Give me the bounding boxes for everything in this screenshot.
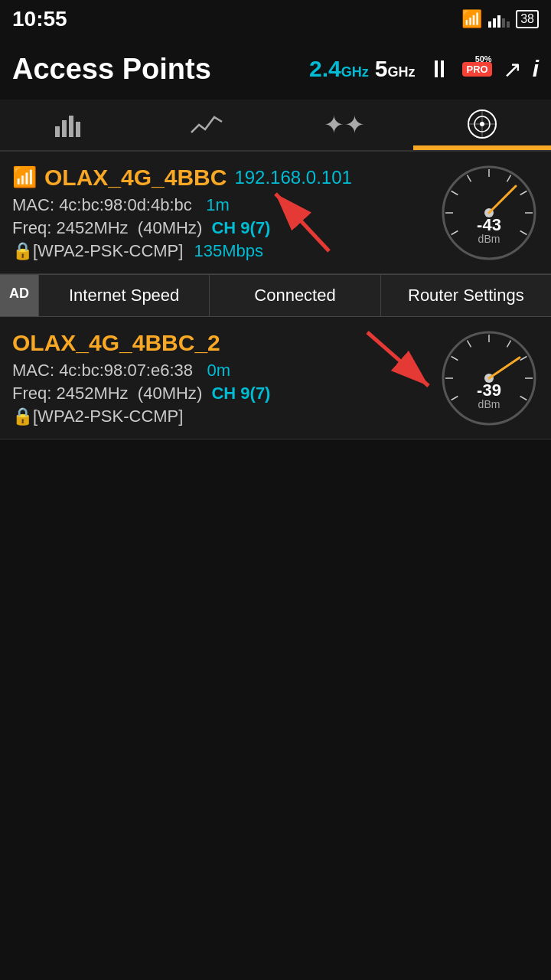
ad-label: AD [0,275,38,316]
svg-rect-3 [502,18,505,28]
svg-text:-43: -43 [477,215,501,234]
status-time: 10:55 [12,7,67,31]
gauge-svg-2: -39 dBm [439,328,539,428]
ap-name-row-2: OLAX_4G_4BBC_2 [12,330,439,356]
ap-channel-2: CH 9(7) [211,384,270,403]
status-bar: 10:55 📶 38 [0,0,551,38]
share-button[interactable]: ↗ [503,56,522,83]
ap-bw-2: 40MHz [143,384,197,403]
tab-bar-chart[interactable] [0,100,138,150]
svg-rect-7 [69,116,73,137]
battery-level: 38 [520,12,534,25]
svg-rect-5 [55,126,60,137]
ap-bw-1: 40MHz [143,218,197,237]
signal-gauge-1: -43 dBm [439,163,539,263]
ap-freq-row-2: Freq: 2452MHz (40MHz) CH 9(7) [12,384,439,403]
tab-star[interactable]: ✦✦ [276,100,413,150]
ap-wifi-icon-1: 📶 [12,165,37,189]
svg-text:-39: -39 [477,381,501,400]
svg-text:dBm: dBm [478,233,500,245]
ap-freq-row-1: Freq: 2452MHz (40MHz) CH 9(7) [12,218,439,238]
ap-security-row-1: 🔒[WPA2-PSK-CCMP] 135Mbps [12,241,439,261]
signal-gauge-2: -39 dBm [439,328,539,428]
svg-rect-2 [497,15,500,28]
pro-button[interactable]: 50% PRO [462,62,491,77]
battery-box: 38 [516,10,539,28]
header-actions: ⏸ 50% PRO ↗ i [427,55,539,83]
star-icon: ✦✦ [324,110,365,139]
freq-selector[interactable]: 2.4GHz 5GHz [309,56,415,82]
svg-rect-4 [507,21,510,28]
battery-indicator: 38 [516,10,539,28]
ap-info-2: OLAX_4G_4BBC_2 MAC: 4c:bc:98:07:e6:38 0m… [12,330,439,426]
status-icons: 📶 38 [461,9,539,29]
trend-icon [190,111,223,139]
info-button[interactable]: i [533,56,539,82]
router-settings-button[interactable]: Router Settings [380,275,551,316]
ap-channel-1: CH 9(7) [211,218,270,237]
ap-item-1[interactable]: 📶 OLAX_4G_4BBC 192.168.0.101 MAC: 4c:bc:… [0,152,551,274]
ap-freq-2: 2452MHz [56,384,128,403]
ap-lock-icon-2: 🔒 [12,407,33,426]
wifi-icon: 📶 [461,9,482,29]
freq-5-label[interactable]: 5GHz [375,56,416,82]
internet-speed-button[interactable]: Internet Speed [38,275,209,316]
radar-icon [465,109,499,139]
empty-area [0,439,551,899]
pause-button[interactable]: ⏸ [427,55,452,83]
ap-name-row-1: 📶 OLAX_4G_4BBC 192.168.0.101 [12,165,439,191]
ap-mac-1: 4c:bc:98:0d:4b:bc [59,195,192,214]
connected-button[interactable]: Connected [209,275,380,316]
ap-time-2: 0m [207,361,230,380]
freq-24-label[interactable]: 2.4GHz [309,56,369,82]
ap-lock-icon-1: 🔒 [12,241,33,260]
ap-security-row-2: 🔒[WPA2-PSK-CCMP] [12,407,439,426]
header: Access Points 2.4GHz 5GHz ⏸ 50% PRO ↗ i [0,38,551,100]
nav-tabs: ✦✦ [0,100,551,152]
svg-rect-6 [62,120,67,137]
ap-time-1: 1m [206,195,230,214]
svg-text:dBm: dBm [478,398,500,410]
svg-rect-1 [493,18,496,28]
bar-chart-icon [54,111,84,139]
ap-item-2[interactable]: OLAX_4G_4BBC_2 MAC: 4c:bc:98:07:e6:38 0m… [0,317,551,439]
ap-freq-1: 2452MHz [56,218,128,237]
action-bar: AD Internet Speed Connected Router Setti… [0,274,551,317]
ap-speed-1: 135Mbps [194,241,264,260]
pro-label: PRO [466,64,487,75]
svg-rect-8 [76,122,80,137]
ap-mac-row-2: MAC: 4c:bc:98:07:e6:38 0m [12,361,439,381]
signal-icon [488,11,510,28]
ap-security-1: [WPA2-PSK-CCMP] [33,241,183,260]
ap-ssid-2: OLAX_4G_4BBC_2 [12,330,220,356]
pro-percent: 50% [475,54,492,64]
svg-rect-0 [488,21,491,28]
ap-ip-1: 192.168.0.101 [234,167,351,188]
tab-radar[interactable] [413,100,551,150]
ap-mac-2: 4c:bc:98:07:e6:38 [59,361,193,380]
ap-mac-row-1: MAC: 4c:bc:98:0d:4b:bc 1m [12,195,439,215]
pro-badge: 50% PRO [462,62,491,77]
app-title: Access Points [12,53,297,86]
ap-info-1: 📶 OLAX_4G_4BBC 192.168.0.101 MAC: 4c:bc:… [12,165,439,261]
ap-ssid-1: OLAX_4G_4BBC [44,165,227,191]
gauge-svg-1: -43 dBm [439,163,539,263]
tab-trend[interactable] [138,100,276,150]
ap-security-2: [WPA2-PSK-CCMP] [33,407,183,426]
